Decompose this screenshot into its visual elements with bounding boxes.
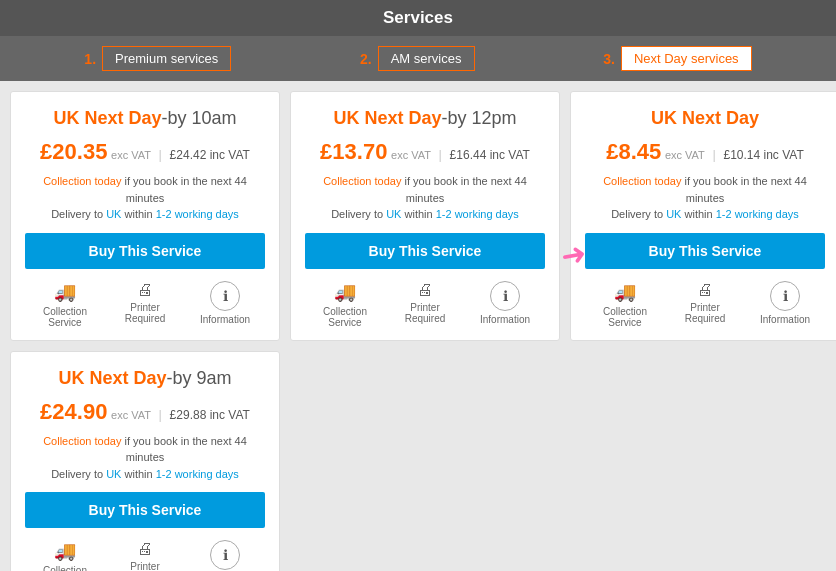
collection-today-2: Collection today xyxy=(323,175,401,187)
price-inc-1: £24.42 inc VAT xyxy=(170,148,250,162)
delivery-uk-1: UK xyxy=(106,208,121,220)
printer-label-3: Printer Required xyxy=(670,302,740,324)
tab-number-2: 2. xyxy=(360,51,372,67)
header-title: Services xyxy=(383,8,453,28)
collection-info-4: Collection today if you book in the next… xyxy=(25,433,265,483)
truck-icon-2: 🚚 xyxy=(334,281,356,303)
price-main-1: £20.35 xyxy=(40,139,107,164)
delivery-days-4: 1-2 working days xyxy=(156,468,239,480)
delivery-days-2: 1-2 working days xyxy=(436,208,519,220)
card-title-4: UK Next Day-by 9am xyxy=(25,368,265,389)
collection-label-1: Collection Service xyxy=(30,306,100,328)
info-circle-1: ℹ xyxy=(210,281,240,311)
icon-row-4: 🚚 Collection Service 🖨 Printer Required … xyxy=(25,540,265,571)
tab-label-premium[interactable]: Premium services xyxy=(102,46,231,71)
delivery-days-1: 1-2 working days xyxy=(156,208,239,220)
printer-required-icon-3: 🖨 Printer Required xyxy=(670,281,740,324)
info-circle-3: ℹ xyxy=(770,281,800,311)
card-title-1: UK Next Day-by 10am xyxy=(25,108,265,129)
price-row-3: £8.45 exc VAT | £10.14 inc VAT xyxy=(585,139,825,165)
buy-button-2[interactable]: Buy This Service xyxy=(305,233,545,269)
info-label-1: Information xyxy=(200,314,250,325)
info-label-3: Information xyxy=(760,314,810,325)
information-icon-1: ℹ Information xyxy=(190,281,260,325)
tab-label-am[interactable]: AM services xyxy=(378,46,475,71)
buy-button-4[interactable]: Buy This Service xyxy=(25,492,265,528)
header: Services xyxy=(0,0,836,36)
information-icon-2: ℹ Information xyxy=(470,281,540,325)
price-row-4: £24.90 exc VAT | £29.88 inc VAT xyxy=(25,399,265,425)
icon-row-3: 🚚 Collection Service 🖨 Printer Required … xyxy=(585,281,825,328)
collection-info-1: Collection today if you book in the next… xyxy=(25,173,265,223)
tab-number-3: 3. xyxy=(603,51,615,67)
card-title-time-2: -by 12pm xyxy=(442,108,517,128)
price-inc-2: £16.44 inc VAT xyxy=(450,148,530,162)
info-label-2: Information xyxy=(480,314,530,325)
card-title-2: UK Next Day-by 12pm xyxy=(305,108,545,129)
collection-service-icon-1: 🚚 Collection Service xyxy=(30,281,100,328)
tab-premium[interactable]: 1. Premium services xyxy=(84,46,231,71)
price-main-4: £24.90 xyxy=(40,399,107,424)
collection-service-icon-4: 🚚 Collection Service xyxy=(30,540,100,571)
price-label-exc-4: exc VAT xyxy=(111,409,151,421)
card-title-3: UK Next Day xyxy=(585,108,825,129)
collection-label-3: Collection Service xyxy=(590,306,660,328)
delivery-uk-3: UK xyxy=(666,208,681,220)
info-circle-4: ℹ xyxy=(210,540,240,570)
card-uk-next-day: ➜ UK Next Day £8.45 exc VAT | £10.14 inc… xyxy=(570,91,836,341)
card-title-uk-4: UK Next Day xyxy=(58,368,166,388)
card-uk-next-day-10am: UK Next Day-by 10am £20.35 exc VAT | £24… xyxy=(10,91,280,341)
printer-label-4: Printer Required xyxy=(110,561,180,571)
tab-number-1: 1. xyxy=(84,51,96,67)
printer-icon-3: 🖨 xyxy=(697,281,713,299)
tab-am[interactable]: 2. AM services xyxy=(360,46,474,71)
card-title-time-4: -by 9am xyxy=(167,368,232,388)
icon-row-2: 🚚 Collection Service 🖨 Printer Required … xyxy=(305,281,545,328)
collection-today-4: Collection today xyxy=(43,435,121,447)
truck-icon-1: 🚚 xyxy=(54,281,76,303)
collection-service-icon-2: 🚚 Collection Service xyxy=(310,281,380,328)
price-label-exc-1: exc VAT xyxy=(111,149,151,161)
printer-icon-4: 🖨 xyxy=(137,540,153,558)
collection-info-2: Collection today if you book in the next… xyxy=(305,173,545,223)
cards-row-1: UK Next Day-by 10am £20.35 exc VAT | £24… xyxy=(10,91,826,341)
truck-icon-4: 🚚 xyxy=(54,540,76,562)
card-uk-next-day-12pm: UK Next Day-by 12pm £13.70 exc VAT | £16… xyxy=(290,91,560,341)
collection-label-4: Collection Service xyxy=(30,565,100,571)
cards-container: UK Next Day-by 10am £20.35 exc VAT | £24… xyxy=(0,81,836,571)
collection-today-1: Collection today xyxy=(43,175,121,187)
information-icon-4: ℹ Information xyxy=(190,540,260,571)
truck-icon-3: 🚚 xyxy=(614,281,636,303)
delivery-uk-4: UK xyxy=(106,468,121,480)
printer-label-1: Printer Required xyxy=(110,302,180,324)
printer-required-icon-1: 🖨 Printer Required xyxy=(110,281,180,324)
tabs-row: 1. Premium services 2. AM services 3. Ne… xyxy=(0,36,836,81)
buy-button-1[interactable]: Buy This Service xyxy=(25,233,265,269)
icon-row-1: 🚚 Collection Service 🖨 Printer Required … xyxy=(25,281,265,328)
card-uk-next-day-9am: UK Next Day-by 9am £24.90 exc VAT | £29.… xyxy=(10,351,280,572)
buy-button-3[interactable]: Buy This Service xyxy=(585,233,825,269)
printer-required-icon-4: 🖨 Printer Required xyxy=(110,540,180,571)
printer-icon-2: 🖨 xyxy=(417,281,433,299)
price-inc-4: £29.88 inc VAT xyxy=(170,408,250,422)
delivery-uk-2: UK xyxy=(386,208,401,220)
info-circle-2: ℹ xyxy=(490,281,520,311)
price-label-exc-3: exc VAT xyxy=(665,149,705,161)
delivery-days-3: 1-2 working days xyxy=(716,208,799,220)
tab-nextday[interactable]: 3. Next Day services xyxy=(603,46,751,71)
cards-row-2: UK Next Day-by 9am £24.90 exc VAT | £29.… xyxy=(10,351,826,572)
price-label-exc-2: exc VAT xyxy=(391,149,431,161)
collection-info-3: Collection today if you book in the next… xyxy=(585,173,825,223)
price-main-3: £8.45 xyxy=(606,139,661,164)
tab-label-nextday[interactable]: Next Day services xyxy=(621,46,752,71)
collection-label-2: Collection Service xyxy=(310,306,380,328)
card-title-time-1: -by 10am xyxy=(162,108,237,128)
information-icon-3: ℹ Information xyxy=(750,281,820,325)
collection-today-3: Collection today xyxy=(603,175,681,187)
printer-required-icon-2: 🖨 Printer Required xyxy=(390,281,460,324)
price-main-2: £13.70 xyxy=(320,139,387,164)
price-inc-3: £10.14 inc VAT xyxy=(723,148,803,162)
printer-icon-1: 🖨 xyxy=(137,281,153,299)
collection-service-icon-3: 🚚 Collection Service xyxy=(590,281,660,328)
card-title-uk-1: UK Next Day xyxy=(53,108,161,128)
